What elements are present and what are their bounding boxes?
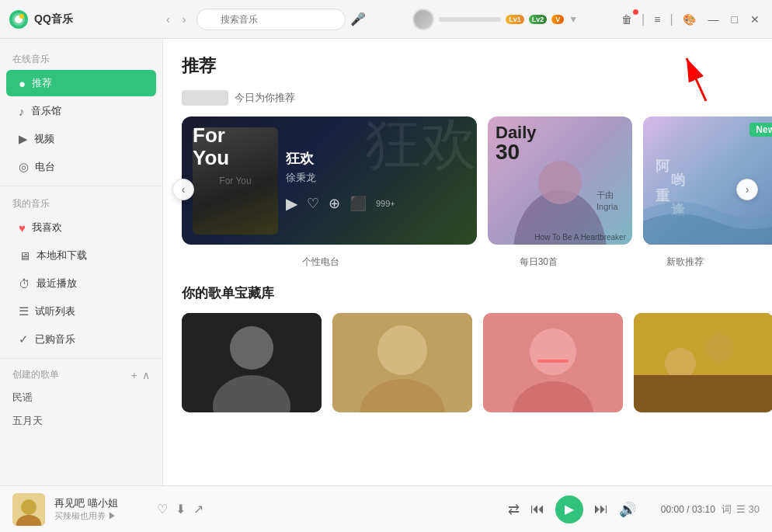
player-promo: 买辣椒也用券 ▶ bbox=[54, 510, 148, 522]
titlebar: QQ音乐 ‹ › 🔍 🎤 Lv1 Lv2 V ▼ 🗑 | ≡ | 🎨 — □ ✕ bbox=[0, 0, 772, 39]
scroll-left-button[interactable]: ‹ bbox=[172, 179, 194, 200]
next-button[interactable]: ⏭ bbox=[594, 501, 608, 517]
playlist-thumb-4[interactable] bbox=[634, 313, 772, 412]
level2-badge: Lv2 bbox=[529, 15, 548, 24]
video-icon: ▶ bbox=[19, 132, 28, 146]
playlist-thumb-3[interactable] bbox=[483, 313, 623, 412]
rec-user-avatar bbox=[182, 90, 228, 106]
my-music-label: 我的音乐 bbox=[0, 191, 162, 214]
lyrics-button[interactable]: 词 bbox=[722, 502, 732, 516]
foryou-card-label: 个性电台 bbox=[302, 256, 339, 267]
heart-icon: ♥ bbox=[19, 221, 26, 235]
nav-back-button[interactable]: ‹ bbox=[163, 12, 173, 27]
minimize-button[interactable]: — bbox=[704, 11, 724, 28]
daily30-overlay: Daily 30 bbox=[496, 124, 537, 163]
username-bar bbox=[439, 17, 501, 22]
new-badge: New bbox=[749, 123, 772, 137]
list-icon2: ☰ bbox=[736, 503, 746, 515]
collapse-button[interactable]: ∧ bbox=[142, 369, 150, 381]
for-text: For bbox=[193, 124, 229, 147]
svg-point-5 bbox=[538, 161, 582, 204]
share-button[interactable]: ⬛ bbox=[349, 195, 367, 212]
page-title: 推荐 bbox=[182, 54, 753, 78]
daily30-number: 30 bbox=[496, 141, 537, 163]
playlist-thumb-1[interactable] bbox=[182, 313, 322, 412]
sidebar-item-label: 推荐 bbox=[32, 76, 52, 90]
cards-section: ‹ For You For You 狂欢 狂欢 bbox=[182, 116, 753, 269]
prev-button[interactable]: ⏮ bbox=[530, 501, 544, 517]
extra-controls: 词 ☰ 30 bbox=[722, 502, 760, 516]
like-count: 999+ bbox=[376, 199, 395, 208]
person-svg-3 bbox=[483, 313, 623, 412]
mic-button[interactable]: 🎤 bbox=[350, 12, 366, 26]
sidebar-item-favorites[interactable]: ♥ 我喜欢 bbox=[6, 214, 156, 241]
player-right: 00:00 / 03:10 词 ☰ 30 bbox=[661, 502, 760, 516]
svg-rect-26 bbox=[634, 375, 772, 412]
menu-button[interactable]: ≡ bbox=[649, 11, 665, 28]
svg-rect-22 bbox=[537, 360, 569, 363]
sidebar-divider bbox=[0, 186, 162, 186]
music-hall-icon: ♪ bbox=[19, 105, 25, 118]
player-thumb-svg bbox=[12, 493, 45, 526]
sidebar-item-label: 我喜欢 bbox=[32, 221, 62, 235]
playlist-item-minyao[interactable]: 民谣 bbox=[0, 386, 162, 409]
player-download-button[interactable]: ⬇ bbox=[176, 502, 186, 516]
playlist-item-wuyuetian[interactable]: 五月天 bbox=[0, 409, 162, 433]
player-actions: ♡ ⬇ ↗ bbox=[157, 502, 203, 516]
notification-dot bbox=[633, 9, 638, 15]
nav-forward-button[interactable]: › bbox=[179, 12, 190, 27]
song-artist: 徐秉龙 bbox=[286, 171, 466, 185]
computer-icon: 🖥 bbox=[19, 249, 30, 263]
player-heart-button[interactable]: ♡ bbox=[157, 502, 168, 516]
daily30-card[interactable]: Daily 30 干由 Ingria How To Be A Heartbrea… bbox=[488, 116, 632, 245]
daily30-label-wrap: 每日30首 bbox=[471, 254, 607, 269]
play-next-button[interactable]: ▶ bbox=[286, 194, 297, 213]
volume-button[interactable]: 🔊 bbox=[619, 501, 636, 518]
maximize-button[interactable]: □ bbox=[727, 11, 742, 28]
time-separator: / bbox=[687, 504, 692, 515]
player-share-button[interactable]: ↗ bbox=[193, 502, 203, 516]
like-button[interactable]: ♡ bbox=[307, 195, 319, 212]
shuffle-button[interactable]: ⇄ bbox=[508, 501, 520, 518]
play-pause-button[interactable]: ▶ bbox=[555, 495, 583, 523]
time-current: 00:00 bbox=[661, 504, 684, 515]
foryou-label: 个性电台 bbox=[182, 254, 460, 269]
sidebar-item-radio[interactable]: ◎ 电台 bbox=[6, 154, 156, 180]
logo-area: QQ音乐 bbox=[8, 9, 163, 30]
close-button[interactable]: ✕ bbox=[746, 11, 764, 28]
level1-badge: Lv1 bbox=[506, 15, 524, 24]
playlist-count-button[interactable]: ☰ 30 bbox=[736, 503, 760, 515]
online-music-label: 在线音乐 bbox=[0, 47, 162, 69]
add-playlist-button[interactable]: + bbox=[131, 369, 137, 381]
clock-icon: ⏱ bbox=[19, 277, 30, 290]
newsong-card-label: 新歌推荐 bbox=[666, 256, 704, 267]
time-total: 03:10 bbox=[692, 504, 715, 515]
bottom-player: 再见吧 喵小姐 买辣椒也用券 ▶ ♡ ⬇ ↗ ⇄ ⏮ ▶ ⏭ 🔊 00:00 /… bbox=[0, 485, 772, 532]
person-svg-1 bbox=[182, 313, 322, 412]
avatar[interactable] bbox=[412, 9, 434, 30]
sidebar-item-video[interactable]: ▶ 视频 bbox=[6, 126, 156, 152]
sidebar-item-trial[interactable]: ☰ 试听列表 bbox=[6, 298, 156, 325]
search-input[interactable] bbox=[196, 9, 346, 30]
sidebar-item-recommend[interactable]: ● 推荐 bbox=[6, 70, 156, 96]
player-controls: ⇄ ⏮ ▶ ⏭ 🔊 bbox=[508, 495, 636, 523]
separator2: | bbox=[669, 12, 673, 26]
svg-point-14 bbox=[230, 326, 273, 370]
foryou-card[interactable]: For You For You 狂欢 狂欢 徐秉龙 ▶ ♡ bbox=[182, 116, 477, 245]
person-face-3 bbox=[483, 313, 623, 412]
sidebar-item-local[interactable]: 🖥 本地和下载 bbox=[6, 242, 156, 269]
vip-badge: V bbox=[551, 15, 564, 24]
sidebar-item-purchased[interactable]: ✓ 已购音乐 bbox=[6, 326, 156, 353]
playlist-thumb-2[interactable] bbox=[332, 313, 472, 412]
add-to-list-button[interactable]: ⊕ bbox=[329, 195, 340, 212]
created-playlists-header: 创建的歌单 + ∧ bbox=[0, 363, 162, 386]
sidebar-item-recent[interactable]: ⏱ 最近播放 bbox=[6, 270, 156, 297]
player-thumbnail[interactable] bbox=[12, 493, 45, 526]
sidebar-item-label: 电台 bbox=[35, 160, 55, 174]
scroll-right-button[interactable]: › bbox=[736, 179, 758, 200]
qq-music-logo-icon bbox=[8, 9, 30, 30]
newsong-label-wrap: 新歌推荐 bbox=[617, 254, 753, 269]
skin-button[interactable]: 🎨 bbox=[678, 11, 701, 28]
sidebar-item-music-hall[interactable]: ♪ 音乐馆 bbox=[6, 98, 156, 124]
daily30-person-svg: 干由 Ingria bbox=[488, 151, 632, 245]
